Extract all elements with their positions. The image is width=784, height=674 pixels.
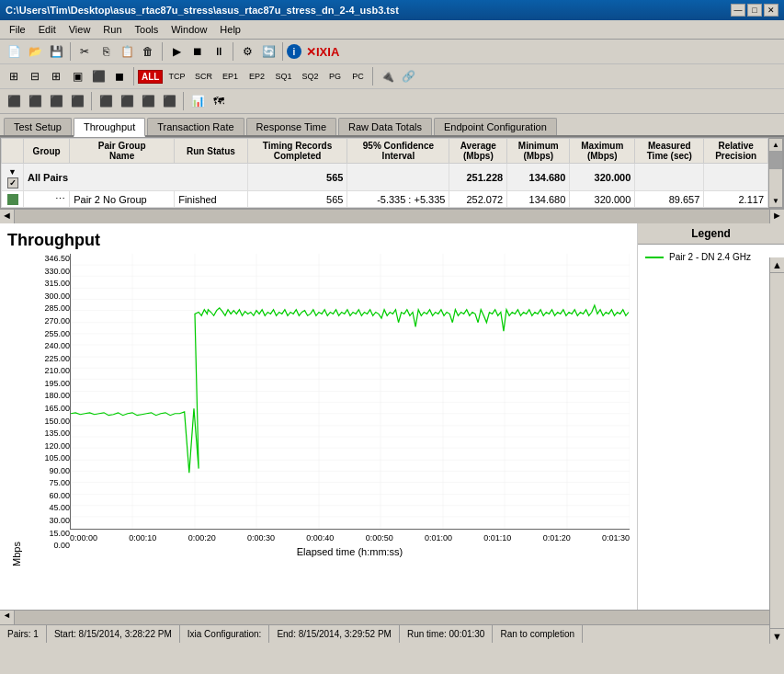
pc-filter[interactable]: PC [347, 66, 369, 86]
pair-average: 252.072 [449, 191, 507, 208]
tb2-btn6[interactable]: ◼ [109, 66, 130, 86]
right-scrollbar[interactable]: ▲ ▼ [769, 257, 784, 643]
refresh-button[interactable]: 🔄 [258, 41, 278, 62]
delete-button[interactable]: 🗑 [138, 41, 158, 62]
paste-button[interactable]: 📋 [117, 41, 137, 62]
menu-window[interactable]: Window [165, 22, 212, 37]
chart-area: Mbps 346.50 330.00 315.00 300.00 285.00 … [7, 254, 630, 566]
tb2-btn2[interactable]: ⊟ [25, 66, 45, 86]
tb2-btn1[interactable]: ⊞ [4, 66, 24, 86]
tb2-btn5[interactable]: ⬛ [88, 66, 108, 86]
tb2-btn4[interactable]: ▣ [67, 66, 87, 86]
copy-button[interactable]: ⎘ [96, 41, 116, 62]
pair-group-name: Pair 2 No Group [70, 191, 175, 208]
all-pairs-average: 251.228 [449, 164, 507, 191]
tb3-btn8[interactable]: ⬛ [159, 91, 179, 111]
pair-maximum: 320.000 [570, 191, 635, 208]
tab-endpoint-config[interactable]: Endpoint Configuration [434, 118, 557, 135]
ep2-filter[interactable]: EP2 [244, 66, 269, 86]
chart-title: Throughput [7, 231, 630, 250]
legend-label-1: Pair 2 - DN 2.4 GHz [669, 252, 751, 262]
scroll-left[interactable]: ◄ [0, 210, 15, 223]
th-measured-time: MeasuredTime (sec) [635, 139, 704, 164]
maximize-button[interactable]: □ [747, 4, 762, 17]
data-table: Group Pair GroupName Run Status Timing R… [1, 138, 768, 208]
scroll-right[interactable]: ► [769, 210, 784, 223]
chart-h-track [15, 611, 769, 624]
scr-filter[interactable]: SCR [190, 66, 216, 86]
separator-1 [70, 42, 71, 61]
settings-button[interactable]: ⚙ [237, 41, 257, 62]
table-row: ⋯ Pair 2 No Group Finished 565 -5.335 : … [2, 191, 768, 208]
scroll-down-btn[interactable]: ▼ [770, 628, 784, 643]
legend-title: Legend [638, 223, 784, 245]
pair-minimum: 134.680 [507, 191, 570, 208]
chart-scroll-left[interactable]: ◄ [0, 611, 15, 624]
tb3-map[interactable]: 🗺 [209, 91, 229, 111]
tab-raw-data-totals[interactable]: Raw Data Totals [338, 118, 432, 135]
scroll-thumb[interactable] [769, 151, 782, 169]
pause-button[interactable]: ⏸ [209, 41, 229, 62]
status-pairs: Pairs: 1 [0, 625, 47, 643]
stop-button[interactable]: ⏹ [187, 41, 208, 62]
sq1-filter[interactable]: SQ1 [270, 66, 296, 86]
pair-icon-cell [2, 191, 24, 208]
tab-response-time[interactable]: Response Time [246, 118, 336, 135]
tab-transaction-rate[interactable]: Transaction Rate [147, 118, 244, 135]
th-minimum: Minimum(Mbps) [507, 139, 570, 164]
tcp-filter[interactable]: TCP [164, 66, 189, 86]
chart-h-scrollbar[interactable]: ◄ ► [0, 610, 784, 624]
menu-tools[interactable]: Tools [130, 22, 165, 37]
legend-panel: Legend Pair 2 - DN 2.4 GHz ▲ ▼ [637, 223, 784, 610]
pg-filter[interactable]: PG [324, 66, 346, 86]
run-button[interactable]: ▶ [166, 41, 187, 62]
menu-file[interactable]: File [4, 22, 31, 37]
tb3-graph[interactable]: 📊 [187, 91, 208, 111]
menu-help[interactable]: Help [214, 22, 246, 37]
tb3-btn6[interactable]: ⬛ [117, 91, 137, 111]
toolbar-3: ⬛ ⬛ ⬛ ⬛ ⬛ ⬛ ⬛ ⬛ 📊 🗺 [0, 89, 784, 114]
all-pairs-label: All Pairs [24, 164, 248, 191]
all-pairs-precision [704, 164, 768, 191]
close-button[interactable]: ✕ [764, 4, 778, 17]
menu-run[interactable]: Run [97, 22, 127, 37]
table-scrollbar[interactable]: ▲ ▼ [768, 138, 783, 208]
th-run-status: Run Status [175, 139, 248, 164]
tb2-btn3[interactable]: ⊞ [46, 66, 66, 86]
tb3-btn2[interactable]: ⬛ [25, 91, 45, 111]
all-filter[interactable]: ALL [138, 70, 163, 84]
tb2-connect1[interactable]: 🔌 [377, 66, 397, 86]
tb3-btn4[interactable]: ⬛ [67, 91, 87, 111]
sq2-filter[interactable]: SQ2 [297, 66, 323, 86]
new-button[interactable]: 📄 [4, 41, 24, 62]
scroll-up[interactable]: ▲ [770, 139, 781, 151]
h-scrollbar[interactable]: ◄ ► [0, 209, 784, 223]
open-button[interactable]: 📂 [25, 41, 45, 62]
y-ticks: 346.50 330.00 315.00 300.00 285.00 270.0… [29, 254, 70, 566]
content-area: Group Pair GroupName Run Status Timing R… [0, 137, 784, 624]
tb3-btn3[interactable]: ⬛ [46, 91, 66, 111]
tab-test-setup[interactable]: Test Setup [4, 118, 72, 135]
tb2-connect2[interactable]: 🔗 [398, 66, 418, 86]
cut-button[interactable]: ✂ [74, 41, 95, 62]
minimize-button[interactable]: — [731, 4, 745, 17]
tb3-btn5[interactable]: ⬛ [96, 91, 116, 111]
all-pairs-time [635, 164, 704, 191]
data-table-outer: Group Pair GroupName Run Status Timing R… [0, 137, 784, 209]
menu-edit[interactable]: Edit [33, 22, 62, 37]
expand-cell[interactable]: ▼ ✓ [2, 164, 24, 191]
scroll-up-btn[interactable]: ▲ [770, 257, 784, 273]
separator-3 [233, 42, 233, 61]
info-icon[interactable]: i [287, 44, 301, 59]
ep1-filter[interactable]: EP1 [217, 66, 243, 86]
tb3-btn7[interactable]: ⬛ [138, 91, 158, 111]
all-pairs-minimum: 134.680 [507, 164, 570, 191]
menu-view[interactable]: View [63, 22, 97, 37]
separator-8 [183, 92, 184, 110]
scroll-down[interactable]: ▼ [770, 195, 781, 207]
save-button[interactable]: 💾 [46, 41, 66, 62]
tab-strip: Test Setup Throughput Transaction Rate R… [0, 114, 784, 137]
tb3-btn1[interactable]: ⬛ [4, 91, 24, 111]
tab-throughput[interactable]: Throughput [74, 118, 145, 137]
legend-content: Pair 2 - DN 2.4 GHz [638, 245, 784, 610]
